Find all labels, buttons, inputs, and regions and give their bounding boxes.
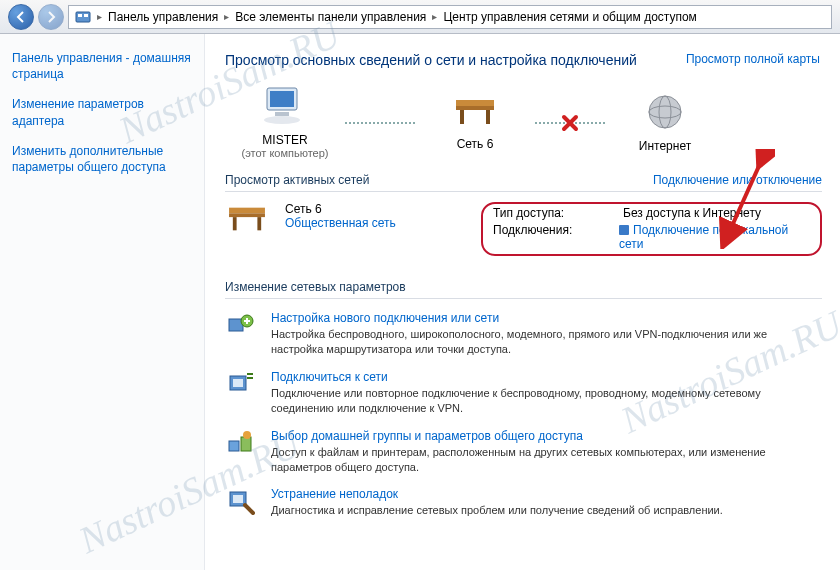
active-nets-header: Просмотр активных сетей Подключение или …	[225, 173, 822, 192]
task-title: Настройка нового подключения или сети	[271, 311, 822, 325]
network-type-link[interactable]: Общественная сеть	[285, 216, 465, 230]
network-properties-highlighted: Тип доступа: Без доступа к Интернету Под…	[481, 202, 822, 256]
svg-rect-5	[275, 112, 289, 116]
new-connection-icon	[227, 311, 255, 339]
troubleshoot-icon	[227, 487, 255, 515]
control-panel-icon	[75, 9, 91, 25]
svg-rect-15	[229, 213, 265, 217]
bench-icon	[225, 202, 269, 236]
view-full-map-link[interactable]: Просмотр полной карты	[686, 52, 820, 66]
node-this-computer: MISTER (этот компьютер)	[225, 86, 345, 159]
task-new-connection[interactable]: Настройка нового подключения или сети На…	[225, 311, 822, 358]
task-desc: Подключение или повторное подключение к …	[271, 386, 822, 417]
svg-point-11	[649, 96, 681, 128]
crumb-0[interactable]: Панель управления	[108, 10, 218, 24]
task-title: Устранение неполадок	[271, 487, 723, 501]
connector	[535, 122, 605, 124]
breadcrumb[interactable]: ▸ Панель управления ▸ Все элементы панел…	[68, 5, 832, 29]
prop-conn-link[interactable]: Подключение по локальной сети	[619, 223, 810, 251]
network-name: Сеть 6	[285, 202, 465, 216]
svg-rect-14	[229, 208, 265, 214]
sidebar-item-adapter[interactable]: Изменение параметров адаптера	[12, 96, 192, 128]
svg-rect-1	[78, 14, 82, 17]
sidebar-item-home[interactable]: Панель управления - домашняя страница	[12, 50, 192, 82]
globe-icon	[645, 92, 685, 132]
sidebar: Панель управления - домашняя страница Из…	[0, 34, 205, 570]
prop-access-label: Тип доступа:	[493, 206, 623, 220]
svg-rect-23	[241, 437, 251, 451]
svg-rect-16	[233, 217, 237, 230]
homegroup-icon	[227, 429, 255, 457]
svg-rect-21	[233, 379, 243, 387]
node-internet: Интернет	[605, 92, 725, 153]
task-desc: Доступ к файлам и принтерам, расположенн…	[271, 445, 822, 476]
network-diagram: MISTER (этот компьютер) Сеть 6	[225, 86, 822, 159]
task-troubleshoot[interactable]: Устранение неполадок Диагностика и испра…	[225, 487, 822, 518]
task-title: Подключиться к сети	[271, 370, 822, 384]
prop-access-value: Без доступа к Интернету	[623, 206, 761, 220]
task-desc: Настройка беспроводного, широкополосного…	[271, 327, 822, 358]
svg-rect-26	[233, 495, 243, 503]
node-label: Сеть 6	[415, 137, 535, 151]
task-desc: Диагностика и исправление сетевых пробле…	[271, 503, 723, 518]
connector	[345, 122, 415, 124]
active-network-row: Сеть 6 Общественная сеть Тип доступа: Бе…	[225, 202, 822, 256]
settings-header: Изменение сетевых параметров	[225, 280, 822, 299]
forward-button[interactable]	[38, 4, 64, 30]
back-button[interactable]	[8, 4, 34, 30]
svg-rect-7	[456, 100, 494, 106]
computer-icon	[261, 86, 309, 126]
crumb-1[interactable]: Все элементы панели управления	[235, 10, 426, 24]
svg-point-24	[243, 431, 251, 439]
svg-rect-10	[486, 110, 490, 124]
task-homegroup[interactable]: Выбор домашней группы и параметров общег…	[225, 429, 822, 476]
network-info: Сеть 6 Общественная сеть	[285, 202, 465, 230]
connect-disconnect-link[interactable]: Подключение или отключение	[653, 173, 822, 187]
svg-rect-17	[257, 217, 261, 230]
svg-rect-2	[84, 14, 88, 17]
svg-rect-4	[270, 91, 294, 107]
toolbar: ▸ Панель управления ▸ Все элементы панел…	[0, 0, 840, 34]
connect-icon	[227, 370, 255, 398]
svg-rect-8	[456, 106, 494, 110]
node-label: Интернет	[605, 139, 725, 153]
sidebar-item-sharing[interactable]: Изменить дополнительные параметры общего…	[12, 143, 192, 175]
bench-icon	[452, 94, 498, 130]
node-sublabel: (этот компьютер)	[225, 147, 345, 159]
node-network: Сеть 6	[415, 94, 535, 151]
prop-conn-label: Подключения:	[493, 223, 619, 251]
task-connect[interactable]: Подключиться к сети Подключение или повт…	[225, 370, 822, 417]
content-area: Просмотр основных сведений о сети и наст…	[205, 34, 840, 570]
plug-icon	[619, 225, 629, 235]
error-x-icon	[561, 114, 579, 132]
task-title: Выбор домашней группы и параметров общег…	[271, 429, 822, 443]
svg-point-6	[264, 116, 300, 124]
active-nets-label: Просмотр активных сетей	[225, 173, 369, 187]
svg-rect-9	[460, 110, 464, 124]
svg-rect-22	[229, 441, 239, 451]
node-label: MISTER	[225, 133, 345, 147]
crumb-2[interactable]: Центр управления сетями и общим доступом	[443, 10, 697, 24]
